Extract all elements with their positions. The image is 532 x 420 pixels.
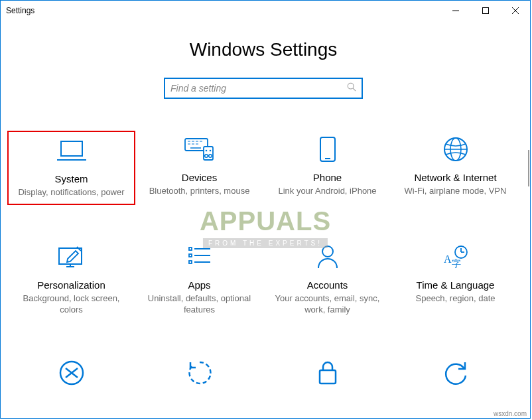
- tile-ease-of-access[interactable]: [135, 354, 263, 391]
- tile-network[interactable]: Network & Internet Wi-Fi, airplane mode,…: [391, 131, 519, 205]
- tile-phone[interactable]: Phone Link your Android, iPhone: [263, 131, 391, 205]
- settings-grid-row3: [1, 354, 526, 391]
- tile-apps[interactable]: Apps Uninstall, defaults, optional featu…: [135, 238, 263, 321]
- search-icon: [347, 82, 356, 94]
- close-button[interactable]: [500, 1, 530, 21]
- phone-icon: [266, 136, 389, 163]
- search-wrap: [1, 78, 526, 99]
- update-icon: [394, 360, 517, 386]
- footer-text: wsxdn.com: [494, 410, 527, 417]
- tile-title: Time & Language: [394, 279, 517, 291]
- tile-desc: Background, lock screen, colors: [10, 293, 133, 316]
- tile-gaming[interactable]: [7, 354, 135, 391]
- content-area: Windows Settings System Display, notifi: [1, 21, 530, 418]
- maximize-button[interactable]: [470, 1, 500, 21]
- settings-window: Settings Windows Settings: [0, 0, 531, 419]
- scrollbar[interactable]: [526, 21, 530, 418]
- tile-title: Phone: [266, 172, 389, 183]
- titlebar: Settings: [1, 1, 530, 21]
- scrollbar-thumb[interactable]: [528, 150, 529, 186]
- svg-point-36: [322, 246, 333, 257]
- apps-icon: [138, 244, 261, 270]
- tile-title: Apps: [138, 279, 261, 291]
- svg-rect-30: [189, 247, 192, 250]
- svg-rect-22: [320, 137, 335, 161]
- tile-title: System: [11, 173, 131, 184]
- window-title: Settings: [6, 6, 34, 15]
- tile-desc: Speech, region, date: [394, 293, 517, 305]
- svg-rect-34: [189, 261, 192, 263]
- svg-point-19: [209, 150, 211, 152]
- tile-desc: Display, notifications, power: [11, 187, 131, 198]
- tile-update[interactable]: [391, 354, 519, 391]
- settings-grid: System Display, notifications, power: [1, 131, 526, 321]
- tile-title: Devices: [138, 172, 261, 183]
- search-box[interactable]: [164, 78, 363, 99]
- personalization-icon: [10, 244, 133, 270]
- tile-privacy[interactable]: [263, 354, 391, 391]
- svg-text:字: 字: [452, 259, 461, 269]
- minimize-button[interactable]: [440, 1, 470, 21]
- svg-rect-6: [61, 141, 82, 156]
- svg-rect-1: [482, 8, 488, 14]
- tile-desc: Wi-Fi, airplane mode, VPN: [394, 186, 517, 197]
- search-input[interactable]: [170, 83, 356, 94]
- tile-title: Accounts: [266, 279, 389, 291]
- devices-icon: [138, 136, 261, 163]
- system-icon: [11, 137, 131, 164]
- tile-time-language[interactable]: A 字 Time & Language Speech, region, date: [391, 238, 519, 321]
- window-controls: [440, 1, 530, 21]
- svg-text:A: A: [444, 253, 452, 265]
- tile-title: Personalization: [10, 279, 133, 291]
- privacy-icon: [266, 360, 389, 386]
- svg-rect-43: [320, 370, 336, 384]
- tile-title: Network & Internet: [394, 172, 517, 183]
- accounts-icon: [266, 244, 389, 270]
- ease-of-access-icon: [138, 360, 261, 386]
- globe-icon: [394, 136, 517, 163]
- tile-desc: Your accounts, email, sync, work, family: [266, 293, 389, 316]
- tile-devices[interactable]: Devices Bluetooth, printers, mouse: [135, 131, 263, 205]
- svg-point-4: [348, 83, 354, 89]
- svg-rect-17: [204, 147, 213, 160]
- page-title: Windows Settings: [1, 39, 526, 60]
- svg-line-5: [353, 88, 356, 91]
- tile-accounts[interactable]: Accounts Your accounts, email, sync, wor…: [263, 238, 391, 321]
- time-language-icon: A 字: [394, 244, 517, 270]
- tile-desc: Bluetooth, printers, mouse: [138, 186, 261, 197]
- svg-point-18: [205, 150, 207, 152]
- tile-personalization[interactable]: Personalization Background, lock screen,…: [7, 238, 135, 321]
- gaming-icon: [10, 360, 133, 386]
- svg-rect-32: [189, 254, 192, 257]
- tile-desc: Uninstall, defaults, optional features: [138, 293, 261, 316]
- tile-system[interactable]: System Display, notifications, power: [7, 131, 135, 205]
- tile-desc: Link your Android, iPhone: [266, 186, 389, 197]
